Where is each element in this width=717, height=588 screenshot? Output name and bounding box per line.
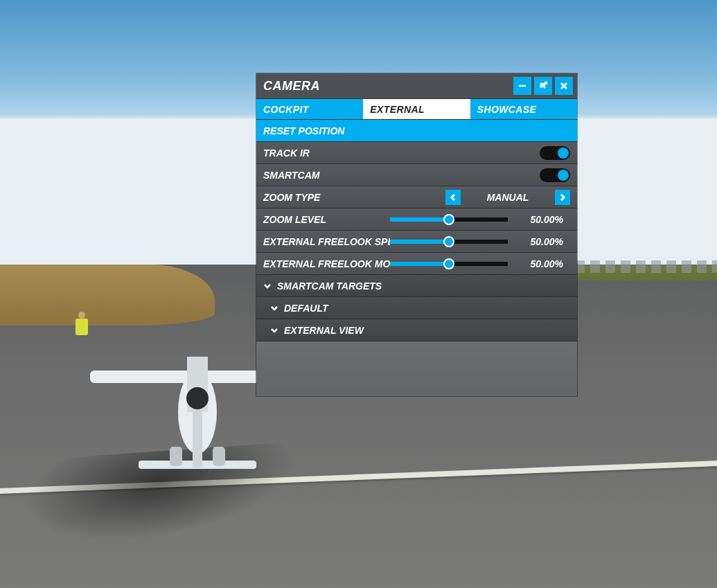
chevron-right-icon — [559, 194, 566, 201]
slider-zoom-level[interactable] — [390, 217, 508, 222]
ground-crew — [73, 312, 94, 346]
slider-fill — [390, 240, 449, 244]
minimize-icon — [517, 81, 527, 91]
city-skyline — [575, 260, 717, 273]
svg-rect-2 — [187, 357, 208, 412]
reset-position-button[interactable]: RESET POSITION — [256, 119, 577, 141]
camera-tabs: COCKPIT EXTERNAL SHOWCASE — [256, 98, 577, 119]
slider-thumb[interactable] — [443, 236, 454, 247]
panel-footer — [256, 341, 577, 396]
row-zoom-type: ZOOM TYPE MANUAL — [256, 186, 577, 208]
section-label: DEFAULT — [284, 303, 328, 314]
label-track-ir: TRACK IR — [263, 148, 540, 159]
tab-label: EXTERNAL — [370, 104, 425, 115]
section-smartcam-targets[interactable]: SMARTCAM TARGETS — [256, 274, 577, 296]
slider-thumb[interactable] — [443, 214, 454, 225]
slider-fill — [390, 262, 449, 266]
value-zoom-level: 50.00% — [515, 214, 563, 225]
slider-fill — [390, 217, 449, 222]
row-zoom-level: ZOOM LEVEL 50.00% — [256, 208, 577, 230]
section-external-view[interactable]: EXTERNAL VIEW — [256, 319, 577, 341]
value-freelook-momentum: 50.00% — [515, 258, 563, 269]
tab-label: SHOWCASE — [477, 104, 537, 115]
svg-point-0 — [178, 371, 217, 454]
label-zoom-type: ZOOM TYPE — [263, 192, 445, 203]
section-default[interactable]: DEFAULT — [256, 296, 577, 319]
stepper-prev-button[interactable] — [445, 190, 461, 205]
label-freelook-speed: EXTERNAL FREELOOK SPEED — [263, 236, 390, 247]
label-freelook-momentum: EXTERNAL FREELOOK MOMENT — [263, 258, 390, 269]
popout-icon — [538, 81, 548, 91]
stepper-zoom-type: MANUAL — [445, 190, 570, 205]
panel-title: CAMERA — [263, 79, 511, 93]
slider-freelook-momentum[interactable] — [390, 262, 508, 266]
minimize-button[interactable] — [513, 77, 531, 95]
tab-showcase[interactable]: SHOWCASE — [470, 99, 577, 119]
stepper-value: MANUAL — [461, 192, 555, 203]
slider-freelook-speed[interactable] — [390, 240, 508, 244]
tab-external[interactable]: EXTERNAL — [363, 99, 470, 119]
reset-position-label: RESET POSITION — [263, 125, 344, 136]
popout-button[interactable] — [534, 77, 552, 95]
row-smartcam: SMARTCAM — [256, 163, 577, 186]
stepper-next-button[interactable] — [555, 190, 570, 205]
camera-panel: CAMERA COCKPIT EXTERNAL SHOWCASE RESE — [256, 73, 577, 396]
slider-thumb[interactable] — [443, 258, 454, 269]
svg-point-5 — [186, 387, 209, 409]
toggle-smartcam[interactable] — [540, 168, 570, 182]
close-icon — [559, 81, 569, 91]
chevron-down-icon — [270, 326, 278, 335]
tab-label: COCKPIT — [263, 104, 309, 115]
row-track-ir: TRACK IR — [256, 141, 577, 163]
label-smartcam: SMARTCAM — [263, 170, 540, 181]
chevron-down-icon — [263, 282, 272, 290]
panel-titlebar[interactable]: CAMERA — [256, 73, 577, 98]
game-scene: CAMERA COCKPIT EXTERNAL SHOWCASE RESE — [0, 0, 717, 588]
section-label: EXTERNAL VIEW — [284, 325, 364, 336]
tab-cockpit[interactable]: COCKPIT — [256, 99, 363, 119]
label-zoom-level: ZOOM LEVEL — [263, 214, 390, 225]
section-label: SMARTCAM TARGETS — [277, 280, 382, 292]
row-freelook-speed: EXTERNAL FREELOOK SPEED 50.00% — [256, 230, 577, 252]
row-freelook-momentum: EXTERNAL FREELOOK MOMENT 50.00% — [256, 252, 577, 274]
aircraft-shadow — [0, 441, 305, 550]
toggle-track-ir[interactable] — [540, 146, 570, 160]
terrain-grass — [0, 265, 215, 326]
chevron-down-icon — [270, 304, 278, 312]
value-freelook-speed: 50.00% — [515, 236, 563, 247]
chevron-left-icon — [450, 194, 457, 201]
close-button[interactable] — [555, 77, 573, 95]
